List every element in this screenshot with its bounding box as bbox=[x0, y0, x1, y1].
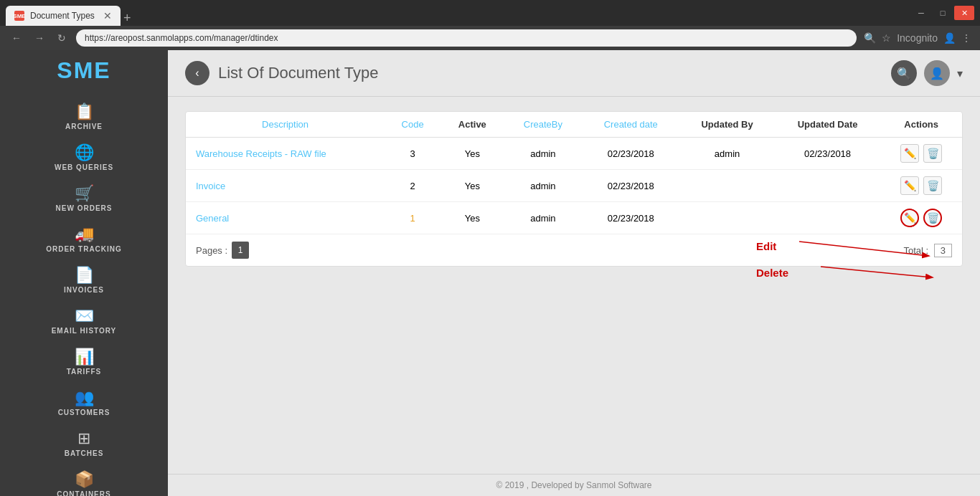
row2-actions: ✏️ 🗑️ bbox=[880, 170, 962, 202]
batches-label: BATCHES bbox=[65, 449, 104, 457]
browser-chrome: SME Document Types ✕ + ─ □ ✕ bbox=[0, 0, 980, 26]
page-footer: © 2019 , Developed by Sanmol Software bbox=[168, 474, 980, 496]
back-chevron-icon: ‹ bbox=[195, 67, 199, 80]
row2-active: Yes bbox=[440, 170, 504, 202]
user-dropdown-arrow[interactable]: ▾ bbox=[957, 67, 963, 80]
user-avatar-button[interactable]: 👤 bbox=[924, 60, 950, 86]
customers-label: CUSTOMERS bbox=[58, 409, 110, 416]
row1-created-date: 02/23/2018 bbox=[582, 138, 679, 170]
forward-nav-button[interactable]: → bbox=[32, 31, 47, 45]
col-create-by: CreateBy bbox=[504, 112, 583, 138]
user-label: Incognito bbox=[897, 32, 938, 44]
sidebar-item-order-tracking[interactable]: 🚚 ORDER TRACKING bbox=[0, 218, 168, 259]
col-actions: Actions bbox=[880, 112, 962, 138]
active-tab[interactable]: SME Document Types ✕ bbox=[6, 6, 121, 26]
sidebar-item-archive[interactable]: 📋 ARCHIVE bbox=[0, 95, 168, 136]
row2-description: Invoice bbox=[186, 170, 385, 202]
row3-delete-button[interactable]: 🗑️ bbox=[923, 209, 942, 227]
app-container: SME 📋 ARCHIVE 🌐 WEB QUERIES 🛒 NEW ORDERS… bbox=[0, 50, 980, 496]
search-icon: 🔍 bbox=[897, 67, 911, 80]
sidebar-item-batches[interactable]: ⊞ BATCHES bbox=[0, 422, 168, 463]
main-header: ‹ List Of Document Type 🔍 👤 ▾ bbox=[168, 50, 980, 97]
main-panel: ‹ List Of Document Type 🔍 👤 ▾ bbox=[168, 50, 980, 496]
col-code: Code bbox=[385, 112, 440, 138]
header-left: ‹ List Of Document Type bbox=[185, 61, 378, 85]
delete-annotation: Delete bbox=[756, 267, 788, 279]
row1-code: 3 bbox=[385, 138, 440, 170]
maximize-button[interactable]: □ bbox=[933, 6, 953, 20]
row2-action-buttons: ✏️ 🗑️ bbox=[890, 176, 952, 195]
row3-description: General bbox=[186, 202, 385, 234]
table-row: General 1 Yes admin 02/23/2018 ✏️ 🗑️ bbox=[186, 202, 962, 234]
sidebar-item-new-orders[interactable]: 🛒 NEW ORDERS bbox=[0, 177, 168, 218]
window-controls: ─ □ ✕ bbox=[911, 6, 974, 20]
sidebar-item-containers[interactable]: 📦 CONTAINERS bbox=[0, 463, 168, 496]
order-tracking-label: ORDER TRACKING bbox=[46, 245, 122, 253]
row3-action-buttons: ✏️ 🗑️ bbox=[890, 209, 952, 227]
row2-code: 2 bbox=[385, 170, 440, 202]
invoices-label: INVOICES bbox=[64, 286, 104, 294]
containers-label: CONTAINERS bbox=[57, 490, 110, 496]
svg-line-1 bbox=[821, 267, 932, 277]
document-type-table-container: Description Code Active CreateBy Created… bbox=[185, 111, 963, 267]
header-search-button[interactable]: 🔍 bbox=[891, 60, 917, 86]
row2-create-by: admin bbox=[504, 170, 583, 202]
tab-title: Document Types bbox=[30, 11, 95, 21]
archive-label: ARCHIVE bbox=[65, 123, 103, 130]
col-created-date: Created date bbox=[582, 112, 679, 138]
avatar-icon[interactable]: 👤 bbox=[943, 32, 956, 44]
row3-created-date: 02/23/2018 bbox=[582, 202, 679, 234]
address-bar: ← → ↻ https://areopost.sanmolapps.com/ma… bbox=[0, 26, 980, 50]
row1-action-buttons: ✏️ 🗑️ bbox=[890, 144, 952, 163]
page-number[interactable]: 1 bbox=[232, 242, 249, 259]
row2-edit-button[interactable]: ✏️ bbox=[900, 176, 919, 195]
page-title: List Of Document Type bbox=[218, 64, 378, 82]
browser-toolbar-right: 🔍 ☆ Incognito 👤 ⋮ bbox=[864, 32, 971, 44]
email-history-label: EMAIL HISTORY bbox=[52, 327, 117, 335]
web-queries-label: WEB QUERIES bbox=[55, 163, 113, 171]
row2-delete-button[interactable]: 🗑️ bbox=[923, 176, 942, 195]
search-icon[interactable]: 🔍 bbox=[864, 32, 876, 44]
reload-button[interactable]: ↻ bbox=[55, 31, 69, 45]
row3-code: 1 bbox=[385, 202, 440, 234]
back-button[interactable]: ‹ bbox=[185, 61, 209, 85]
table-footer: Pages : 1 Total : 3 bbox=[186, 234, 962, 266]
row3-create-by: admin bbox=[504, 202, 583, 234]
sidebar-item-invoices[interactable]: 📄 INVOICES bbox=[0, 259, 168, 300]
row1-create-by: admin bbox=[504, 138, 583, 170]
tab-favicon: SME bbox=[14, 11, 24, 21]
sidebar-item-tariffs[interactable]: 📊 TARIFFS bbox=[0, 340, 168, 381]
menu-icon[interactable]: ⋮ bbox=[961, 32, 971, 44]
header-right: 🔍 👤 ▾ bbox=[891, 60, 963, 86]
row3-updated-by bbox=[679, 202, 774, 234]
col-updated-date: Updated Date bbox=[775, 112, 881, 138]
user-icon: 👤 bbox=[930, 67, 944, 80]
row1-delete-button[interactable]: 🗑️ bbox=[923, 144, 942, 163]
pagination: Pages : 1 bbox=[196, 242, 249, 259]
new-orders-icon: 🛒 bbox=[75, 184, 94, 203]
tab-close-button[interactable]: ✕ bbox=[103, 10, 112, 22]
new-tab-button[interactable]: + bbox=[123, 11, 131, 26]
main-content: Description Code Active CreateBy Created… bbox=[168, 97, 980, 474]
row3-edit-button[interactable]: ✏️ bbox=[900, 209, 919, 227]
url-text: https://areopost.sanmolapps.com/manager/… bbox=[85, 33, 278, 43]
total-count: Total : 3 bbox=[903, 244, 952, 257]
close-button[interactable]: ✕ bbox=[954, 6, 974, 20]
total-label: Total : bbox=[903, 245, 928, 256]
email-history-icon: ✉️ bbox=[75, 307, 94, 325]
document-type-table: Description Code Active CreateBy Created… bbox=[186, 112, 962, 234]
minimize-button[interactable]: ─ bbox=[911, 6, 931, 20]
back-nav-button[interactable]: ← bbox=[9, 31, 24, 45]
col-updated-by: Updated By bbox=[679, 112, 774, 138]
new-orders-label: NEW ORDERS bbox=[56, 204, 113, 212]
table-header-row: Description Code Active CreateBy Created… bbox=[186, 112, 962, 138]
containers-icon: 📦 bbox=[75, 470, 94, 489]
sidebar-item-customers[interactable]: 👥 CUSTOMERS bbox=[0, 381, 168, 422]
sidebar-item-email-history[interactable]: ✉️ EMAIL HISTORY bbox=[0, 300, 168, 340]
bookmark-icon[interactable]: ☆ bbox=[882, 32, 891, 44]
sidebar-item-web-queries[interactable]: 🌐 WEB QUERIES bbox=[0, 136, 168, 177]
table-row: Warehouse Receipts - RAW file 3 Yes admi… bbox=[186, 138, 962, 170]
row1-edit-button[interactable]: ✏️ bbox=[900, 144, 919, 163]
pages-label: Pages : bbox=[196, 245, 227, 256]
url-bar[interactable]: https://areopost.sanmolapps.com/manager/… bbox=[76, 29, 857, 47]
